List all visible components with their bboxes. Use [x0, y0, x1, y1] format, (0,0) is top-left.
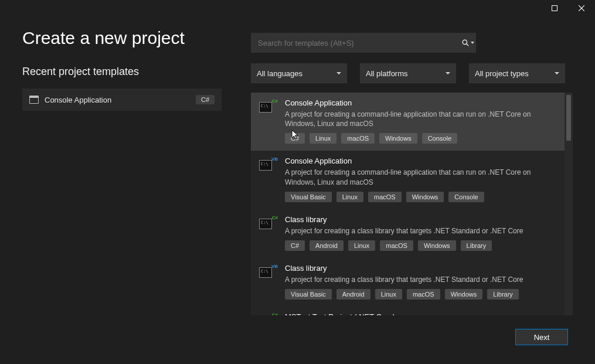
maximize-icon	[552, 5, 557, 11]
template-icon: VB	[259, 265, 277, 281]
search-input[interactable]	[251, 33, 460, 53]
chevron-down-icon	[336, 72, 341, 74]
close-icon	[579, 5, 584, 11]
template-title: Console Application	[285, 98, 556, 107]
template-body: Console ApplicationA project for creatin…	[285, 157, 556, 202]
template-icon: C#	[259, 314, 277, 315]
template-title: Class library	[285, 215, 556, 224]
titlebar	[0, 0, 595, 18]
recent-item-label: Console Application	[45, 96, 190, 104]
template-tag: macOS	[380, 240, 413, 251]
svg-point-3	[463, 40, 467, 44]
template-title: Class library	[285, 264, 556, 273]
scrollbar[interactable]	[565, 93, 573, 315]
template-tag: Android	[310, 240, 344, 251]
template-tag: C#	[285, 133, 305, 144]
template-tags: Visual BasicLinuxmacOSWindowsConsole	[285, 192, 556, 202]
page-title: Create a new project	[22, 28, 222, 48]
svg-rect-0	[552, 6, 557, 11]
template-tag: macOS	[368, 192, 402, 202]
template-item[interactable]: VBConsole ApplicationA project for creat…	[251, 151, 565, 209]
template-tag: Console	[448, 192, 484, 202]
template-tag: Linux	[348, 240, 375, 251]
template-icon: C#	[259, 100, 277, 116]
template-tag: macOS	[407, 289, 440, 300]
template-item[interactable]: VBClass libraryA project for creating a …	[251, 258, 565, 307]
filter-project-type-dropdown[interactable]: All project types	[469, 63, 565, 83]
template-description: A project for creating a class library t…	[285, 226, 556, 236]
template-tag: Linux	[375, 289, 402, 300]
template-body: MSTest Test Project (.NET Core)A project…	[285, 312, 556, 315]
chevron-down-icon	[555, 72, 559, 74]
templates-list: C#Console ApplicationA project for creat…	[251, 93, 565, 315]
template-tag: macOS	[341, 133, 375, 144]
search-icon	[462, 39, 470, 47]
next-button[interactable]: Next	[515, 329, 568, 345]
next-button-label: Next	[534, 333, 550, 342]
filter-platform-dropdown[interactable]: All platforms	[360, 63, 456, 83]
template-tag: Visual Basic	[285, 289, 332, 300]
template-tag: Windows	[379, 133, 417, 144]
filter-language-label: All languages	[257, 69, 302, 78]
template-body: Console ApplicationA project for creatin…	[285, 98, 556, 144]
search-button[interactable]	[460, 33, 476, 53]
template-tag: Linux	[310, 133, 336, 144]
svg-line-4	[466, 43, 468, 46]
chevron-down-icon	[446, 72, 450, 74]
template-tag: Visual Basic	[285, 192, 332, 202]
recent-template-item[interactable]: Console ApplicationC#	[22, 89, 222, 111]
template-description: A project for creating a command-line ap…	[285, 168, 556, 186]
scrollbar-thumb[interactable]	[566, 95, 571, 141]
template-tag: Windows	[406, 192, 444, 202]
template-body: Class libraryA project for creating a cl…	[285, 264, 556, 300]
template-tags: C#AndroidLinuxmacOSWindowsLibrary	[285, 240, 556, 251]
template-tag: Windows	[418, 240, 456, 251]
template-item[interactable]: C#Class libraryA project for creating a …	[251, 209, 565, 258]
template-icon: VB	[259, 158, 277, 174]
template-description: A project for creating a class library t…	[285, 275, 556, 284]
filter-type-label: All project types	[475, 69, 529, 78]
template-tag: Linux	[336, 192, 363, 202]
filter-language-dropdown[interactable]: All languages	[251, 63, 347, 83]
template-description: A project for creating a command-line ap…	[285, 110, 556, 128]
template-body: Class libraryA project for creating a cl…	[285, 215, 556, 251]
template-title: MSTest Test Project (.NET Core)	[285, 312, 556, 315]
console-app-icon	[29, 96, 39, 104]
template-tag: Library	[487, 289, 519, 300]
template-tags: C#LinuxmacOSWindowsConsole	[285, 133, 556, 144]
template-icon: C#	[259, 216, 277, 233]
template-title: Console Application	[285, 157, 556, 165]
close-button[interactable]	[568, 0, 595, 16]
template-tag: Windows	[445, 289, 483, 300]
template-item[interactable]: C#Console ApplicationA project for creat…	[251, 93, 565, 151]
maximize-button[interactable]	[541, 0, 568, 16]
template-tag: Console	[422, 133, 457, 144]
template-tag: C#	[285, 240, 305, 251]
recent-templates-heading: Recent project templates	[22, 66, 222, 78]
template-item[interactable]: C#MSTest Test Project (.NET Core)A proje…	[251, 307, 565, 315]
template-tag: Android	[336, 289, 370, 300]
filter-platform-label: All platforms	[366, 69, 408, 78]
template-tag: Library	[461, 240, 492, 251]
language-badge: C#	[196, 95, 215, 104]
template-tags: Visual BasicAndroidLinuxmacOSWindowsLibr…	[285, 289, 556, 300]
search-options-caret-icon	[471, 42, 474, 44]
